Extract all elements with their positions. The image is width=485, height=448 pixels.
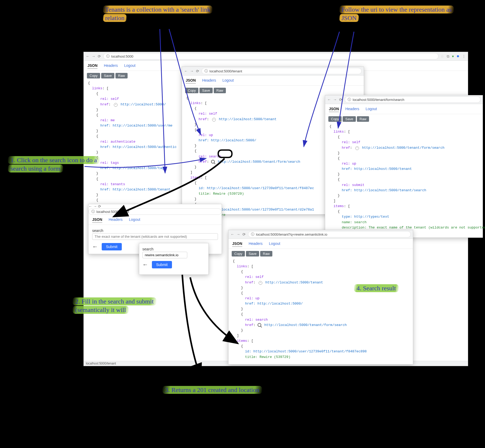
nav-reload-icon[interactable]: ⟳ [97,54,101,58]
nav-back-icon[interactable]: ← [184,69,188,73]
back-arrow-icon[interactable]: ← [142,261,148,268]
nav-forward-icon[interactable]: → [92,54,95,58]
tab-json[interactable]: JSON [87,63,97,69]
raw-button[interactable]: Raw [214,88,226,93]
link-tenants[interactable]: href: http://localhost:5000/tenant [100,188,170,192]
tab-logout[interactable]: Logout [269,241,280,247]
url-bar[interactable]: ⓘ localhost:5000/tenant [202,68,362,74]
url-text: localhost:5000/tenant/form/search [353,98,404,102]
url-bar[interactable]: ⓘ localhost:5000/tenant?q=rewire.semanti… [248,231,411,237]
browser-chrome: ← → ⟳ ⓘ localhost:5000/tenant [182,67,364,76]
tab-headers[interactable]: Headers [104,63,118,69]
cart-icon[interactable]: ⧉ [447,54,449,59]
save-button[interactable]: Save [246,251,259,256]
nav-reload-icon[interactable]: ⟳ [196,69,199,73]
submit-button[interactable]: Submit [102,243,122,250]
nav-back-icon[interactable]: ← [88,204,92,208]
search-input-readonly[interactable] [92,233,218,240]
json-payload-search-form: { links: [ { rel: self href: − http://lo… [325,124,483,235]
nav-back-icon[interactable]: ← [231,232,234,236]
browser-chrome: ← → ⟳ ⓘ localhost:5000 ☆ ⧉ ▾ ● ⋮ [84,52,468,61]
info-icon: ⓘ [91,209,95,214]
search-input[interactable] [142,252,187,258]
submit-button[interactable]: Submit [152,261,172,268]
search-icon[interactable] [258,323,261,327]
raw-button[interactable]: Raw [115,73,128,78]
json-payload-results: { links: [ { rel: self href: − http://lo… [228,259,413,364]
annotation-tenants-collection: Tenants is a collection with a 'search' … [103,5,219,22]
tab-headers[interactable]: Headers [202,78,216,84]
save-button[interactable]: Save [343,116,356,122]
search-icon[interactable] [211,160,215,164]
raw-button[interactable]: Raw [357,116,369,122]
nav-reload-icon[interactable]: ⟳ [98,204,101,208]
profile-icon[interactable]: ● [456,54,459,59]
star-icon[interactable]: ☆ [441,54,444,59]
menu-icon[interactable]: ⋮ [462,54,466,59]
url-text: localhost:5000/tenant [96,210,129,214]
copy-button[interactable]: Copy [232,251,245,256]
url-text: localhost:5000/tenant?q=rewire.semanticl… [256,232,327,236]
nav-back-icon[interactable]: ← [327,97,331,102]
search-label: search [142,247,205,251]
tab-headers[interactable]: Headers [249,241,263,247]
extension-icon[interactable]: ▾ [452,54,454,59]
search-label: search [92,228,218,233]
tab-logout[interactable]: Logout [124,63,136,69]
tab-logout[interactable]: Logout [129,217,140,223]
back-arrow-icon[interactable]: ← [92,243,98,250]
window-search-results: ← → ⟳ ⓘ localhost:5000/tenant?q=rewire.s… [228,230,413,365]
url-bar[interactable]: ⓘ localhost:5000/tenant/form/search [345,96,481,103]
search-form-panel-filled: search ← Submit [139,243,209,275]
tab-logout[interactable]: Logout [366,106,377,112]
nav-forward-icon[interactable]: → [236,232,240,236]
annotation-follow-uri: Follow the uri to view the representatio… [339,5,458,22]
info-icon: ⓘ [348,97,351,102]
copy-button[interactable]: Copy [87,73,100,78]
info-icon: ⓘ [251,232,254,237]
info-icon: ⓘ [204,69,208,73]
url-bar[interactable]: ⓘ localhost:5000 [103,53,439,59]
tab-logout[interactable]: Logout [222,78,234,84]
tab-json[interactable]: JSON [329,106,339,112]
annotation-step-1: 1. Click on the search icon to do a sear… [8,156,98,173]
tab-json[interactable]: JSON [92,217,102,223]
nav-reload-icon[interactable]: ⟳ [339,97,343,102]
annotation-step-2: 2. Fill in the search and submit (semant… [73,297,165,314]
nav-back-icon[interactable]: ← [86,54,90,58]
save-button[interactable]: Save [101,73,114,78]
tab-headers[interactable]: Headers [109,217,123,223]
nav-reload-icon[interactable]: ⟳ [242,232,246,236]
info-icon: ⓘ [106,54,110,59]
copy-button[interactable]: Copy [185,88,198,93]
url-text: localhost:5000 [111,54,133,58]
raw-button[interactable]: Raw [260,251,272,256]
window-search-form: ← → ⟳ ⓘ localhost:5000/tenant/form/searc… [325,95,483,238]
tab-headers[interactable]: Headers [345,106,359,112]
copy-button[interactable]: Copy [328,116,342,122]
nav-forward-icon[interactable]: → [333,97,337,102]
url-bar[interactable]: ⓘ localhost:5000/tenant [88,208,222,215]
tab-json[interactable]: JSON [186,78,196,84]
annotation-step-3: 3. Returns a 201 created and location [162,386,263,394]
tab-json[interactable]: JSON [232,241,242,247]
link-search-form[interactable]: http://localhost:5000/tenant/form/search [218,160,300,164]
nav-forward-icon[interactable]: → [93,204,97,208]
save-button[interactable]: Save [199,88,213,93]
nav-forward-icon[interactable]: → [190,69,194,73]
annotation-step-4: 4. Search result [354,284,428,292]
url-text: localhost:5000/tenant [209,69,242,73]
